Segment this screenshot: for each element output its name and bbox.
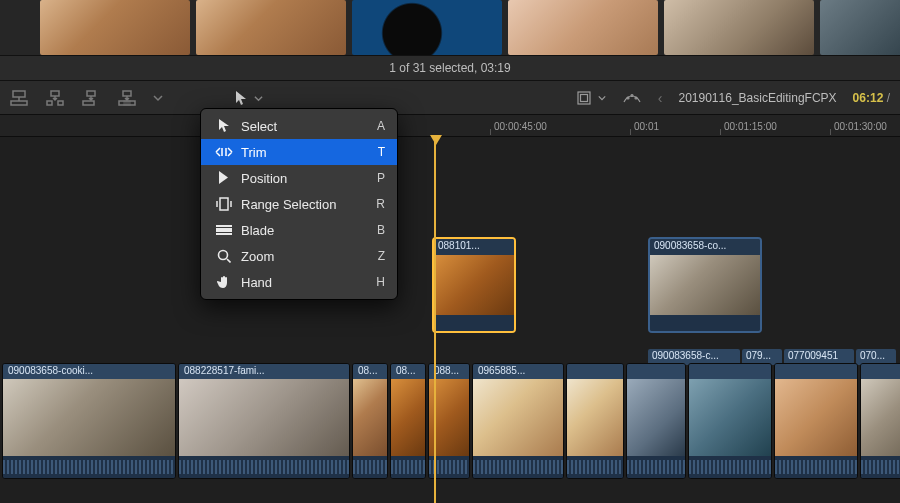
svg-rect-3 [47, 101, 52, 105]
edit-mode-buttons [8, 87, 164, 109]
browser-clip-thumb[interactable] [508, 0, 658, 55]
timeline-ruler[interactable]: 00:00:45:00 00:01 00:01:15:00 00:01:30:0… [0, 115, 900, 137]
history-back-chevron-icon[interactable]: ‹ [658, 90, 663, 106]
selection-status-text: 1 of 31 selected, 03:19 [389, 61, 510, 75]
storyline-clip[interactable]: 08... [390, 363, 426, 479]
timeline-canvas[interactable]: 088101... 090083658-co... 090083658-c...… [0, 137, 900, 503]
browser-clip-thumb[interactable] [352, 0, 502, 55]
menu-item-shortcut: R [376, 197, 385, 211]
clip-thumbnail [3, 379, 175, 456]
browser-filmstrip[interactable] [0, 0, 900, 55]
tool-menu-item-hand[interactable]: Hand H [201, 269, 397, 295]
clip-audio-strip [179, 456, 349, 478]
position-icon [213, 171, 235, 185]
clip-audio-strip [650, 315, 760, 331]
tool-menu-item-blade[interactable]: Blade B [201, 217, 397, 243]
menu-item-shortcut: A [377, 119, 385, 133]
storyline-clip[interactable] [626, 363, 686, 479]
clip-audio-strip [353, 456, 387, 478]
clip-thumbnail [775, 379, 857, 456]
storyline-clip[interactable] [774, 363, 858, 479]
storyline-clip[interactable]: 088... [428, 363, 470, 479]
storyline-clip[interactable] [566, 363, 624, 479]
clip-label [627, 364, 685, 379]
svg-rect-11 [580, 94, 587, 101]
connect-clip-icon[interactable] [8, 87, 30, 109]
clip-thumbnail [434, 255, 514, 315]
menu-item-shortcut: H [376, 275, 385, 289]
selection-status-bar: 1 of 31 selected, 03:19 [0, 55, 900, 81]
connected-clip[interactable]: 090083658-co... [648, 237, 762, 333]
svg-rect-16 [216, 228, 232, 232]
clip-audio-strip [391, 456, 425, 478]
svg-rect-17 [216, 225, 232, 227]
index-button-icon[interactable] [576, 90, 606, 106]
clip-audio-strip [3, 456, 175, 478]
svg-rect-9 [124, 101, 130, 105]
browser-clip-thumb[interactable] [40, 0, 190, 55]
chevron-down-icon[interactable] [152, 87, 164, 109]
connection-stem [656, 331, 658, 333]
tool-selector-button[interactable] [234, 89, 263, 107]
menu-item-label: Range Selection [241, 197, 376, 212]
storyline-clip[interactable]: 090083658-cooki... [2, 363, 176, 479]
clip-thumbnail [567, 379, 623, 456]
skimming-icon[interactable] [622, 91, 642, 105]
append-clip-icon[interactable] [80, 87, 102, 109]
timeline-toolbar: ‹ 20190116_BasicEditingFCPX 06:12 / [0, 81, 900, 115]
menu-item-label: Blade [241, 223, 377, 238]
clip-label: 088228517-fami... [179, 364, 349, 379]
clip-label: 088101... [434, 239, 514, 255]
clip-audio-strip [861, 456, 900, 478]
svg-rect-10 [578, 92, 590, 104]
storyline-clip[interactable]: 0965885... [472, 363, 564, 479]
app-root: 1 of 31 selected, 03:19 [0, 0, 900, 503]
storyline-clip[interactable] [688, 363, 772, 479]
clip-audio-strip [429, 456, 469, 478]
connected-clip[interactable]: 088101... [432, 237, 516, 333]
insert-clip-icon[interactable] [44, 87, 66, 109]
project-title[interactable]: 20190116_BasicEditingFCPX [679, 91, 837, 105]
tool-menu-item-position[interactable]: Position P [201, 165, 397, 191]
toolbar-right-group: ‹ 20190116_BasicEditingFCPX 06:12 / [576, 81, 890, 114]
tool-menu-item-select[interactable]: Select A [201, 113, 397, 139]
tool-menu-item-zoom[interactable]: Zoom Z [201, 243, 397, 269]
storyline-clip[interactable]: 08... [352, 363, 388, 479]
storyline-clip[interactable] [860, 363, 900, 479]
browser-clip-thumb[interactable] [820, 0, 900, 55]
clip-thumbnail [353, 379, 387, 456]
clip-audio-strip [473, 456, 563, 478]
svg-rect-6 [83, 101, 94, 105]
svg-point-14 [635, 97, 637, 99]
browser-clip-thumb[interactable] [196, 0, 346, 55]
svg-rect-4 [58, 101, 63, 105]
clip-audio-strip [627, 456, 685, 478]
menu-item-shortcut: P [377, 171, 385, 185]
clip-thumbnail [179, 379, 349, 456]
hand-icon [213, 275, 235, 289]
clip-thumbnail [473, 379, 563, 456]
menu-item-label: Position [241, 171, 377, 186]
tool-menu-item-range[interactable]: Range Selection R [201, 191, 397, 217]
primary-storyline[interactable]: 090083658-cooki... 088228517-fami... 08.… [0, 363, 900, 479]
svg-rect-5 [87, 91, 95, 96]
ruler-tick-label: 00:01 [634, 121, 659, 132]
clip-label [567, 364, 623, 379]
clip-thumbnail [650, 255, 760, 315]
clip-audio-strip [775, 456, 857, 478]
storyline-clip[interactable]: 088228517-fami... [178, 363, 350, 479]
svg-rect-2 [51, 91, 59, 96]
overwrite-clip-icon[interactable] [116, 87, 138, 109]
clip-audio-strip [434, 315, 514, 331]
cursor-icon [213, 119, 235, 133]
range-icon [213, 197, 235, 211]
clip-thumbnail [391, 379, 425, 456]
blade-icon [213, 225, 235, 235]
tool-menu-item-trim[interactable]: Trim T [201, 139, 397, 165]
clip-audio-strip [567, 456, 623, 478]
svg-point-19 [219, 251, 228, 260]
duration-separator: / [887, 91, 890, 105]
trim-icon [213, 146, 235, 158]
clip-label [775, 364, 857, 379]
browser-clip-thumb[interactable] [664, 0, 814, 55]
